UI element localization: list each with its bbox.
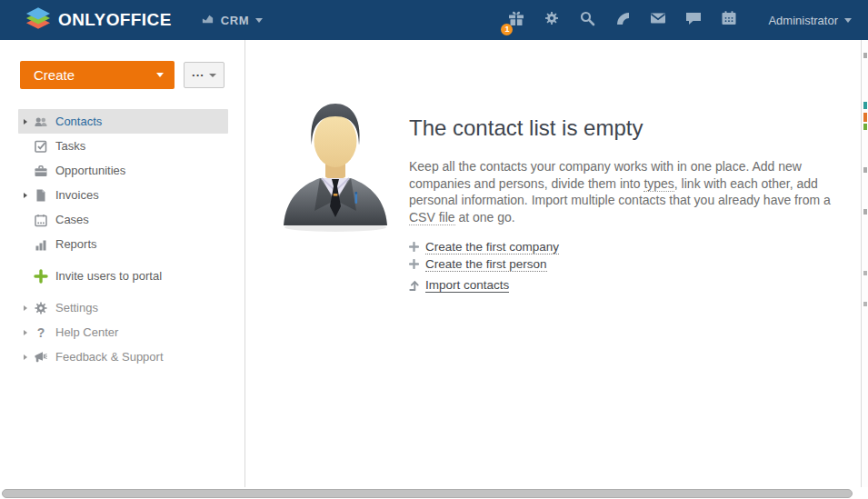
sidebar-item-tasks[interactable]: Tasks (18, 134, 228, 158)
settings-button[interactable] (534, 0, 569, 40)
sidebar-item-contacts[interactable]: Contacts (18, 109, 228, 134)
sidebar-item-label: Invite users to portal (55, 269, 162, 283)
mail-button[interactable] (640, 0, 675, 40)
action-label: Create the first person (425, 257, 547, 272)
import-contacts-link[interactable]: Import contacts (409, 276, 559, 294)
chat-icon (685, 10, 702, 30)
horizontal-scrollbar-thumb[interactable] (2, 489, 853, 498)
invoices-icon (34, 188, 48, 203)
create-button[interactable]: Create (20, 61, 175, 89)
chevron-down-icon (255, 18, 263, 23)
sidebar: Create ... (0, 40, 245, 487)
create-first-person-link[interactable]: Create the first person (409, 255, 559, 273)
gift-badge: 1 (501, 24, 513, 35)
sidebar-item-settings[interactable]: Settings (18, 295, 228, 320)
expand-arrow-icon[interactable] (24, 330, 27, 335)
plus-icon (34, 269, 48, 284)
product-switcher[interactable]: CRM (201, 12, 263, 29)
chevron-down-icon (156, 73, 164, 77)
right-edge-content-sliver (862, 40, 868, 487)
question-icon: ? (34, 325, 48, 340)
sidebar-item-help-center[interactable]: ? Help Center (18, 320, 228, 344)
create-first-company-link[interactable]: Create the first company (409, 238, 559, 255)
description-text: at one go. (455, 210, 515, 225)
opportunities-icon (34, 164, 48, 178)
tasks-icon (34, 139, 48, 154)
more-actions-button[interactable]: ... (184, 62, 224, 88)
sidebar-item-feedback-support[interactable]: Feedback & Support (18, 344, 228, 369)
more-actions-label: ... (192, 65, 205, 79)
action-label: Import contacts (425, 278, 509, 293)
sidebar-item-label: Tasks (55, 139, 85, 153)
onlyoffice-logo[interactable]: ONLYOFFICE (25, 6, 172, 35)
sidebar-item-label: Invoices (55, 188, 99, 202)
search-icon (579, 10, 595, 30)
sidebar-menu: Contacts Tasks (0, 109, 245, 369)
sidebar-item-label: Opportunities (55, 164, 125, 177)
expand-arrow-icon[interactable] (24, 193, 27, 198)
top-navbar: ONLYOFFICE CRM (0, 0, 868, 40)
gear-icon (34, 301, 48, 315)
chat-button[interactable] (675, 0, 711, 40)
crm-page: ONLYOFFICE CRM (0, 0, 868, 499)
types-link[interactable]: types (644, 176, 673, 192)
empty-state-description: Keep all the contacts your company works… (409, 158, 840, 225)
cases-icon (34, 213, 48, 227)
user-name: Administrator (768, 14, 838, 27)
reports-icon (34, 237, 48, 252)
calendar-button[interactable] (711, 0, 746, 40)
expand-arrow-icon[interactable] (24, 119, 27, 125)
sidebar-item-label: Settings (55, 301, 98, 314)
sidebar-item-label: Feedback & Support (55, 350, 164, 364)
feed-icon (614, 10, 631, 30)
chevron-down-icon (209, 74, 216, 77)
feed-button[interactable] (604, 0, 640, 40)
plus-icon (409, 242, 421, 252)
product-label: CRM (221, 14, 249, 27)
gift-button[interactable]: 1 (498, 0, 534, 40)
empty-contact-avatar-image (275, 98, 395, 236)
sidebar-item-cases[interactable]: Cases (18, 207, 228, 232)
user-menu[interactable]: Administrator (768, 14, 852, 27)
create-button-label: Create (34, 67, 156, 83)
sidebar-item-reports[interactable]: Reports (18, 232, 228, 256)
import-icon (409, 280, 421, 291)
sidebar-item-invoices[interactable]: Invoices (18, 183, 228, 207)
sidebar-item-label: Cases (55, 213, 89, 226)
expand-arrow-icon[interactable] (24, 354, 27, 360)
calendar-icon (721, 10, 737, 30)
contacts-icon (34, 115, 48, 129)
csv-file-link[interactable]: CSV file (409, 210, 455, 225)
megaphone-icon (34, 350, 48, 364)
crm-product-icon (201, 12, 215, 29)
expand-arrow-icon[interactable] (24, 305, 27, 311)
chevron-down-icon (844, 18, 852, 23)
main-content: The contact list is empty Keep all the c… (246, 40, 861, 487)
sidebar-item-label: Help Center (55, 325, 118, 339)
sidebar-item-opportunities[interactable]: Opportunities (18, 158, 228, 183)
horizontal-scrollbar[interactable] (0, 487, 868, 499)
search-button[interactable] (569, 0, 604, 40)
gear-icon (544, 10, 560, 30)
empty-state-title: The contact list is empty (409, 115, 643, 141)
sidebar-item-label: Contacts (55, 115, 102, 128)
mail-icon (650, 10, 666, 30)
onlyoffice-logo-icon (25, 6, 51, 35)
sidebar-item-label: Reports (55, 237, 97, 251)
plus-icon (409, 259, 421, 269)
sidebar-item-invite-users[interactable]: Invite users to portal (18, 264, 228, 288)
action-label: Create the first company (425, 240, 559, 254)
empty-state-actions: Create the first company Create the firs… (409, 238, 559, 294)
logo-text: ONLYOFFICE (58, 10, 172, 30)
